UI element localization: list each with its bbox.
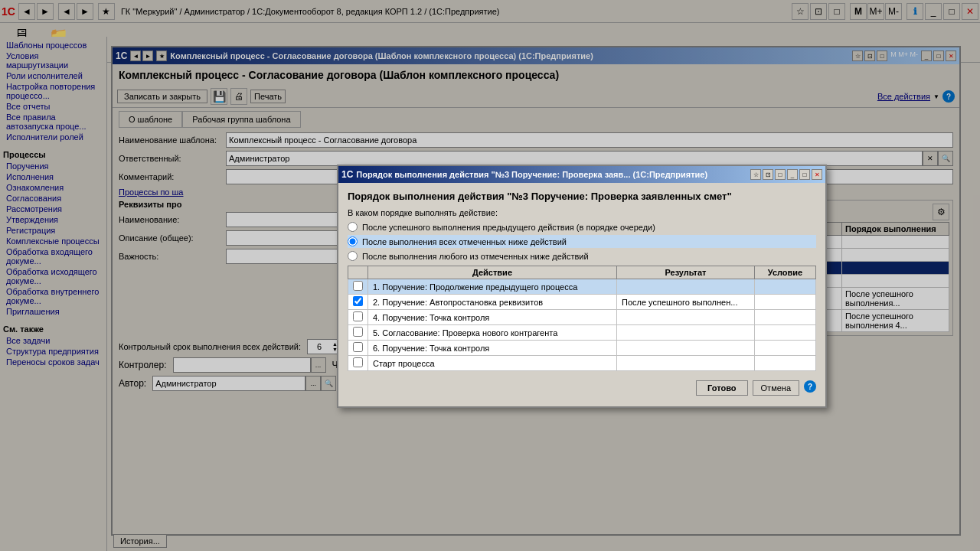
modal-titlebar: 1С Порядок выполнения действия "№3 Поруч… [338,166,825,183]
radio-label-3: После выполнения любого из отмеченных ни… [362,252,589,261]
modal-col-action: Действие [368,266,617,279]
modal-cell-condition [755,279,816,295]
modal-minimize-btn[interactable]: _ [787,169,798,180]
modal-cell-action: 5. Согласование: Проверка нового контраг… [368,325,617,341]
modal-checkbox-1[interactable] [353,281,363,291]
cancel-button[interactable]: Отмена [753,380,799,396]
modal-cell-result [617,310,755,325]
modal-table-row[interactable]: 2. Поручение: Автопростановка реквизитов… [348,295,816,310]
modal-col-condition: Условие [755,266,816,279]
modal-checkbox-5[interactable] [353,327,363,337]
modal-table-row[interactable]: 6. Поручение: Точка контроля [348,341,816,356]
modal-title: Порядок выполнения действия "№3 Поручени… [356,170,707,179]
radio-row-3: После выполнения любого из отмеченных ни… [348,251,816,261]
modal-cell-action: 2. Поручение: Автопростановка реквизитов [368,295,617,310]
modal-cell-check[interactable] [348,356,368,371]
modal-cell-condition [755,325,816,341]
modal-cell-check[interactable] [348,310,368,325]
modal-heading: Порядок выполнения действия "№3 Поручени… [348,191,816,202]
modal-cell-result [617,341,755,356]
modal-col-result: Результат [617,266,755,279]
radio-prev-action[interactable] [348,222,358,232]
modal-cell-result [617,356,755,371]
radio-row-2: После выполнения всех отмеченных ниже де… [348,235,816,248]
radio-label-2: После выполнения всех отмеченных ниже де… [362,237,567,246]
modal-help-icon[interactable]: ? [804,380,816,393]
modal-cell-action: Старт процесса [368,356,617,371]
modal-cell-condition [755,295,816,310]
modal-cell-action: 1. Поручение: Продолжение предыдущего пр… [368,279,617,295]
modal-restore-btn[interactable]: □ [799,169,810,180]
radio-row-1: После успешного выполнения предыдущего д… [348,222,816,232]
modal-col-check [348,266,368,279]
radio-any-marked[interactable] [348,251,358,261]
modal-cell-result: После успешного выполнен... [617,295,755,310]
modal-checkbox-6[interactable] [353,342,363,352]
modal-table-row[interactable]: 1. Поручение: Продолжение предыдущего пр… [348,279,816,295]
modal-cell-check[interactable] [348,295,368,310]
modal-logo: 1С [341,169,353,180]
modal-content: Порядок выполнения действия "№3 Поручени… [338,183,825,406]
modal-table-row[interactable]: 5. Согласование: Проверка нового контраг… [348,325,816,341]
modal-cell-check[interactable] [348,325,368,341]
modal-buttons-row: Готово Отмена ? [348,377,816,399]
modal-cell-result [617,279,755,295]
modal-table-row[interactable]: 4. Поручение: Точка контроля [348,310,816,325]
modal-cell-check[interactable] [348,279,368,295]
modal-checkbox-4[interactable] [353,311,363,321]
radio-label-1: После успешного выполнения предыдущего д… [362,223,655,232]
modal-actions-table: Действие Результат Условие 1. Поручение:… [348,266,816,371]
modal-cell-action: 6. Поручение: Точка контроля [368,341,617,356]
ready-button[interactable]: Готово [696,380,747,396]
main-window: 1С ◄ ► ◄ ► ★ ГК "Меркурий" / Администрат… [0,0,980,551]
modal-checkbox-start[interactable] [353,357,363,367]
modal-title-buttons: ☆ ⊡ □ _ □ ✕ [750,169,822,180]
modal-cell-condition [755,310,816,325]
modal-settings-btn[interactable]: ⊡ [763,169,773,180]
modal-subtext: В каком порядке выполнять действие: [348,208,816,217]
modal-dialog: 1С Порядок выполнения действия "№3 Поруч… [337,165,827,408]
modal-close-btn[interactable]: ✕ [812,169,822,180]
modal-fav-btn[interactable]: ☆ [750,169,761,180]
modal-cell-action: 4. Поручение: Точка контроля [368,310,617,325]
modal-cell-condition [755,341,816,356]
modal-cell-check[interactable] [348,341,368,356]
modal-cell-result [617,325,755,341]
modal-table-row[interactable]: Старт процесса [348,356,816,371]
modal-window-btn[interactable]: □ [775,169,786,180]
modal-checkbox-2[interactable] [353,296,363,306]
modal-cell-condition [755,356,816,371]
radio-all-marked[interactable] [348,236,358,246]
